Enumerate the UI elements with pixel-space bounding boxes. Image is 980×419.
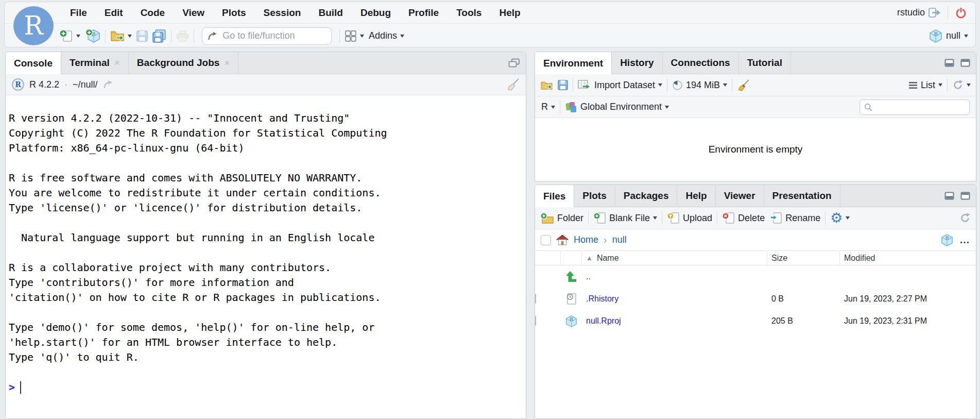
new-folder-button[interactable]: Folder xyxy=(540,212,583,224)
tab-label: Packages xyxy=(624,190,669,202)
file-link[interactable]: .Rhistory xyxy=(586,294,618,303)
tab-plots[interactable]: Plots xyxy=(574,185,615,207)
upload-button[interactable]: Upload xyxy=(667,212,712,224)
new-blank-file-button[interactable]: Blank File xyxy=(593,212,657,224)
breadcrumb-more-button[interactable]: … xyxy=(959,234,970,246)
files-more-options-button[interactable]: ⚙ xyxy=(830,211,850,225)
menu-file[interactable]: File xyxy=(61,7,96,19)
tab-console[interactable]: Console xyxy=(6,52,61,74)
maximize-pane-button[interactable] xyxy=(960,192,970,200)
tab-label: Files xyxy=(543,191,565,202)
maximize-pane-button[interactable] xyxy=(960,59,970,67)
menu-help[interactable]: Help xyxy=(490,7,529,19)
tab-background-jobs[interactable]: Background Jobs × xyxy=(129,52,239,74)
environment-search-box[interactable] xyxy=(859,99,970,115)
close-icon[interactable]: × xyxy=(114,57,120,69)
menu-profile[interactable]: Profile xyxy=(400,7,448,19)
breadcrumb-home-link[interactable]: Home xyxy=(574,234,598,245)
menu-build[interactable]: Build xyxy=(310,7,352,19)
new-project-button[interactable]: R xyxy=(85,28,100,43)
menu-edit[interactable]: Edit xyxy=(96,7,132,19)
column-header-size[interactable]: Size xyxy=(767,251,840,265)
tab-history[interactable]: History xyxy=(612,52,662,74)
print-button[interactable] xyxy=(176,30,189,42)
console-prompt-row[interactable]: > xyxy=(9,380,524,395)
import-dataset-button[interactable]: Import Dataset xyxy=(578,79,662,91)
show-directory-icon[interactable] xyxy=(103,80,113,89)
working-directory-label[interactable]: ~/null/ xyxy=(73,79,98,90)
pane-layout-button[interactable] xyxy=(345,30,364,42)
menu-tools[interactable]: Tools xyxy=(448,7,490,19)
new-file-button[interactable] xyxy=(59,29,80,43)
save-workspace-button[interactable] xyxy=(558,80,568,90)
save-button[interactable] xyxy=(136,30,148,42)
project-menu-button[interactable]: R null xyxy=(929,29,968,43)
minimize-pane-button[interactable] xyxy=(944,59,954,67)
environment-scope-selector[interactable]: Global Environment xyxy=(565,101,669,113)
menu-debug[interactable]: Debug xyxy=(352,7,400,19)
separator xyxy=(105,29,106,43)
tab-presentation[interactable]: Presentation xyxy=(764,185,840,207)
refresh-files-button[interactable] xyxy=(959,212,971,224)
delete-button[interactable]: Delete xyxy=(722,212,765,224)
memory-usage-label: 194 MiB xyxy=(686,80,720,91)
console-output[interactable]: R version 4.2.2 (2022-10-31) -- "Innocen… xyxy=(6,95,526,418)
clear-environment-button[interactable] xyxy=(737,79,750,92)
refresh-environment-button[interactable] xyxy=(952,79,971,91)
file-link[interactable]: null.Rproj xyxy=(586,316,621,325)
menu-session[interactable]: Session xyxy=(255,7,310,19)
save-all-button[interactable] xyxy=(152,29,166,43)
select-all-checkbox[interactable] xyxy=(541,235,551,245)
menu-view[interactable]: View xyxy=(174,7,213,19)
row-checkbox[interactable] xyxy=(535,294,536,304)
addins-button[interactable]: Addins xyxy=(369,30,404,41)
blank-file-icon xyxy=(593,212,606,224)
quit-session-button[interactable] xyxy=(955,7,967,19)
row-checkbox[interactable] xyxy=(535,316,536,326)
up-directory-icon xyxy=(561,271,582,282)
tab-connections[interactable]: Connections xyxy=(663,52,739,74)
session-label: rstudio xyxy=(897,7,925,18)
tab-help[interactable]: Help xyxy=(677,185,715,207)
rstudio-logo-icon: R xyxy=(13,6,54,45)
console-line xyxy=(9,156,524,171)
tab-viewer[interactable]: Viewer xyxy=(716,185,764,207)
goto-file-input[interactable] xyxy=(221,30,326,42)
tab-files[interactable]: Files xyxy=(535,185,574,207)
caret-down-icon xyxy=(76,35,80,38)
clear-console-button[interactable] xyxy=(506,78,520,91)
new-project-icon: R xyxy=(85,28,100,43)
console-tabbar: Console Terminal × Background Jobs × xyxy=(6,52,526,74)
environment-view-mode-button[interactable]: List xyxy=(908,80,942,91)
memory-usage-button[interactable]: 194 MiB xyxy=(672,80,727,91)
parent-directory-link[interactable]: .. xyxy=(586,272,591,281)
menu-code[interactable]: Code xyxy=(132,7,174,19)
caret-down-icon xyxy=(128,35,132,38)
console-line: Natural language support but running in … xyxy=(9,230,524,245)
minimize-pane-button[interactable] xyxy=(944,192,954,200)
tab-environment[interactable]: Environment xyxy=(535,52,612,74)
menu-plots[interactable]: Plots xyxy=(213,7,254,19)
language-selector[interactable]: R xyxy=(541,102,555,112)
tab-terminal[interactable]: Terminal × xyxy=(61,52,129,74)
close-icon[interactable]: × xyxy=(224,57,230,69)
maximize-pane-button[interactable] xyxy=(508,58,520,68)
table-row-null-rproj[interactable]: R null.Rproj 205 B Jun 19, 2023, 2:31 PM xyxy=(535,310,976,332)
tab-packages[interactable]: Packages xyxy=(615,185,678,207)
column-header-name[interactable]: ▲ Name xyxy=(582,251,767,265)
tab-tutorial[interactable]: Tutorial xyxy=(739,52,791,74)
rename-button[interactable]: Rename xyxy=(769,212,820,224)
load-workspace-button[interactable] xyxy=(540,80,553,90)
table-row-rhistory[interactable]: .Rhistory 0 B Jun 19, 2023, 2:27 PM xyxy=(535,288,976,310)
open-file-button[interactable] xyxy=(110,30,132,42)
session-button[interactable]: rstudio xyxy=(897,7,941,19)
project-cube-icon: R xyxy=(929,29,942,43)
table-row-parent-directory[interactable]: .. xyxy=(535,265,976,288)
go-to-project-directory-button[interactable]: R xyxy=(941,233,953,246)
environment-pane: Environment History Connections Tutorial xyxy=(535,52,976,181)
environment-search-input[interactable] xyxy=(875,102,965,113)
open-folder-icon xyxy=(540,80,553,90)
column-header-modified[interactable]: Modified xyxy=(840,251,976,265)
goto-file-box[interactable] xyxy=(202,27,332,45)
breadcrumb-current-link[interactable]: null xyxy=(612,234,627,245)
